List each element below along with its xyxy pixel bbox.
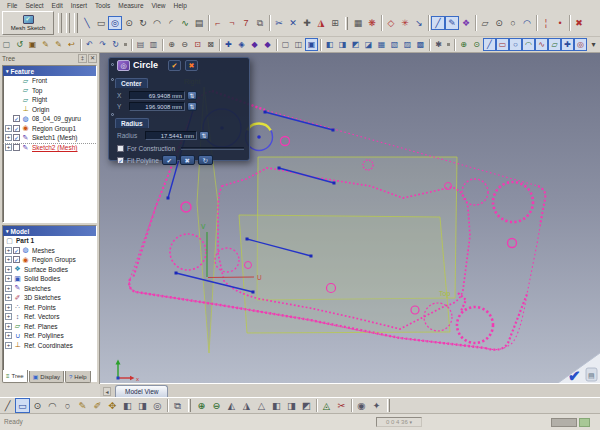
refresh-button[interactable]: ↻ <box>109 38 122 51</box>
chamfer-tool[interactable]: ¬ <box>225 16 239 30</box>
view-bottom-button[interactable]: ▧ <box>388 38 401 51</box>
viewport-single-button[interactable]: ▢ <box>279 38 292 51</box>
section-toggle[interactable] <box>111 63 114 66</box>
tree-item-region-groups[interactable]: +✓◉Region Groups <box>3 255 96 265</box>
view-normal-button[interactable]: ▩ <box>414 38 427 51</box>
pin-panel-button[interactable]: ‡ <box>78 54 87 63</box>
filter-dropdown[interactable]: ▾ <box>587 38 600 51</box>
menu-file[interactable]: File <box>3 1 21 10</box>
menu-insert[interactable]: Insert <box>67 1 91 10</box>
save-button[interactable]: ▣ <box>26 38 39 51</box>
expander-icon[interactable]: + <box>5 285 12 292</box>
mirror-tool[interactable]: ◮ <box>314 16 328 30</box>
construction-line-tool[interactable]: ¦ <box>539 16 553 30</box>
menu-select[interactable]: Select <box>21 1 47 10</box>
copy-view-button[interactable]: ⧉ <box>170 398 185 413</box>
filter-lines-button[interactable]: ╱ <box>483 38 496 51</box>
view-line-button[interactable]: ╱ <box>0 398 15 413</box>
view-back-button[interactable]: ◨ <box>336 38 349 51</box>
rectangle-tool[interactable]: ▭ <box>94 16 108 30</box>
relations-tool[interactable]: ❖ <box>459 16 473 30</box>
accept-check-icon[interactable]: ✔ <box>568 367 581 383</box>
zoom-out-view-button[interactable]: ⊖ <box>209 398 224 413</box>
tree-item-3d-sketches[interactable]: +✐3D Sketches <box>3 293 96 303</box>
visibility-checkbox[interactable]: ✓ <box>13 125 20 132</box>
expander-icon[interactable]: + <box>5 323 12 330</box>
rotate-button[interactable]: ◈ <box>235 38 248 51</box>
close-panel-button[interactable]: ✕ <box>88 54 97 63</box>
wireframe-mode-button[interactable]: ◨ <box>135 398 150 413</box>
zoom-in-view-button[interactable]: ⊕ <box>194 398 209 413</box>
radius-spinner[interactable]: ⇅ <box>199 131 209 140</box>
circle-tool[interactable]: ◎ <box>108 16 122 30</box>
export-button[interactable]: ✎ <box>39 38 52 51</box>
viewport-split-button[interactable]: ◫ <box>292 38 305 51</box>
feature-tree-header[interactable]: ▾ Feature <box>3 66 96 76</box>
toolbar-drag-handle[interactable] <box>188 399 191 412</box>
filter-splines-button[interactable]: ∿ <box>535 38 548 51</box>
tree-item-sketch2-mesh[interactable]: +✎Sketch2 (Mesh) <box>3 143 96 153</box>
expander-icon[interactable]: + <box>5 247 12 254</box>
linear-pattern-tool[interactable]: ▦ <box>351 16 365 30</box>
center-section-header[interactable]: Center <box>115 78 148 88</box>
three-point-circle-tool[interactable]: ⊙ <box>122 16 136 30</box>
view-top-button[interactable]: ▦ <box>375 38 388 51</box>
cube-view-c-button[interactable]: ◩ <box>299 398 314 413</box>
tree-item-ref-vectors[interactable]: +↕Ref. Vectors <box>3 312 96 322</box>
tree-item-origin[interactable]: ⊥Origin <box>3 105 96 115</box>
construction-circle-tool[interactable]: ⊙ <box>492 16 506 30</box>
section-cut-button[interactable]: ✂ <box>334 398 349 413</box>
toolbar-drag-handle[interactable] <box>387 399 390 412</box>
trim-tool[interactable]: ✂ <box>272 16 286 30</box>
y-spinner[interactable]: ⇅ <box>187 102 197 111</box>
visibility-checkbox[interactable] <box>13 144 20 151</box>
zoom-window-button[interactable]: ⊡ <box>191 38 204 51</box>
view-front-button[interactable]: ◧ <box>323 38 336 51</box>
section-toggle[interactable] <box>111 78 114 81</box>
expander-icon[interactable]: + <box>5 342 12 349</box>
expander-icon[interactable]: + <box>5 144 12 151</box>
selection-mode-button[interactable]: ✱ <box>432 38 445 51</box>
mesh-sketch-button[interactable]: ✔ Mesh Sketch <box>2 11 54 35</box>
expander-icon[interactable]: + <box>5 332 12 339</box>
tree-item-ref-planes[interactable]: +▱Ref. Planes <box>3 322 96 332</box>
parallelogram-tool[interactable]: ▱ <box>478 16 492 30</box>
import-button[interactable]: ↺ <box>13 38 26 51</box>
mesh-display-button[interactable]: ◬ <box>319 398 334 413</box>
tree-item-solid-bodies[interactable]: +▣Solid Bodies <box>3 274 96 284</box>
tab-display[interactable]: ▣Display <box>29 371 64 383</box>
x-spinner[interactable]: ⇅ <box>187 91 197 100</box>
menu-help[interactable]: Help <box>170 1 191 10</box>
new-file-button[interactable]: ▢ <box>0 38 13 51</box>
fillet-tool[interactable]: ⌐ <box>211 16 225 30</box>
print-button[interactable]: ▤ <box>134 38 147 51</box>
convert-entities-tool[interactable]: ◇ <box>384 16 398 30</box>
filter-rectangles-button[interactable]: ▭ <box>496 38 509 51</box>
model-tree-header[interactable]: ▾ Model <box>3 226 96 236</box>
filter-points-button[interactable]: ✚ <box>561 38 574 51</box>
pencil-edit-button[interactable]: ✎ <box>75 398 90 413</box>
toolbar-drag-handle[interactable] <box>58 13 62 33</box>
tree-item-region-group1[interactable]: +✓◉Region Group1 <box>3 124 96 134</box>
fit-remove-button[interactable]: ✖ <box>180 155 195 165</box>
open-folder-button[interactable]: ↩ <box>65 38 78 51</box>
select-zoom-button[interactable]: ⊕ <box>457 38 470 51</box>
pan-view-button[interactable]: ✥ <box>105 398 120 413</box>
extend-tool[interactable]: ✕ <box>286 16 300 30</box>
tree-item-sketches[interactable]: +✎Sketches <box>3 284 96 294</box>
tangent-arc-tool[interactable]: ◠ <box>150 16 164 30</box>
line-tool[interactable]: ╲ <box>80 16 94 30</box>
arc-tool[interactable]: ↻ <box>136 16 150 30</box>
y-value-field[interactable]: 196.9008 mm <box>129 102 185 111</box>
cube-view-b-button[interactable]: ◨ <box>284 398 299 413</box>
select-all-button[interactable]: ⊙ <box>470 38 483 51</box>
fit-options-button[interactable]: ↻ <box>198 155 213 165</box>
view-arc-button[interactable]: ◠ <box>45 398 60 413</box>
spline-tool[interactable]: ∿ <box>178 16 192 30</box>
fit-apply-button[interactable]: ✔ <box>162 155 177 165</box>
visibility-checkbox[interactable]: ✓ <box>13 256 20 263</box>
split-tool[interactable]: ✚ <box>300 16 314 30</box>
for-construction-checkbox[interactable] <box>117 145 124 152</box>
selection-counter[interactable]: 0 0 4 36 ▾ <box>376 417 422 427</box>
filter-arcs-button[interactable]: ◠ <box>522 38 535 51</box>
